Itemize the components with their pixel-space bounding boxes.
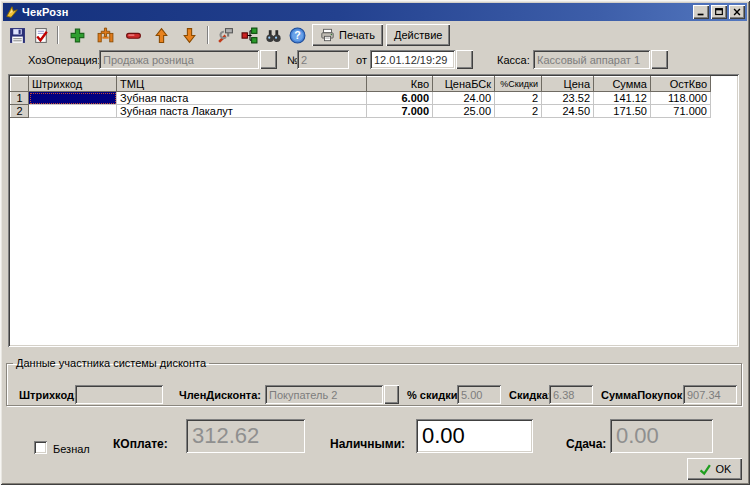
- qty-cell[interactable]: 6.000: [367, 92, 433, 105]
- date-field[interactable]: [370, 50, 455, 69]
- col-header-barcode: Штрихкод: [29, 77, 117, 92]
- disc-cell[interactable]: 2: [495, 105, 542, 118]
- cashbox-label: Касса:: [497, 54, 530, 66]
- help-button[interactable]: ?: [285, 24, 309, 46]
- row-number-cell[interactable]: 1: [11, 92, 29, 105]
- move-up-button[interactable]: [149, 24, 173, 46]
- toolbar-separator: [207, 26, 209, 44]
- discount-barcode-label: Штрихкод:: [19, 389, 78, 401]
- discount-group-title: Данные участника системы дисконта: [13, 357, 209, 369]
- to-pay-field[interactable]: [186, 419, 305, 453]
- tmc-cell[interactable]: Зубная паста Лакалут: [117, 105, 367, 118]
- print-button[interactable]: Печать: [312, 24, 383, 46]
- close-button[interactable]: [729, 5, 745, 19]
- to-pay-label: КОплате:: [113, 437, 168, 451]
- ok-button-label: OK: [716, 463, 732, 475]
- col-header-price-nodisc: ЦенаБСк: [433, 77, 495, 92]
- toolbar-separator: [57, 26, 59, 44]
- structure-button[interactable]: [237, 24, 261, 46]
- date-lookup-button[interactable]: [456, 50, 473, 69]
- sum-cell[interactable]: 171.50: [594, 105, 651, 118]
- table-row: 2 Зубная паста Лакалут 7.000 25.00 2 24.…: [11, 105, 711, 118]
- cashless-checkbox[interactable]: [34, 441, 47, 454]
- row-number-cell[interactable]: 2: [11, 105, 29, 118]
- verify-icon: [33, 27, 50, 44]
- title-bar: ЧекРозн: [3, 3, 747, 21]
- cash-label: Наличными:: [330, 437, 405, 451]
- barcode-cell[interactable]: [29, 105, 117, 118]
- printer-icon: [320, 28, 335, 42]
- delete-row-button[interactable]: [121, 24, 145, 46]
- purchases-sum-field[interactable]: [683, 385, 737, 404]
- discount-groupbox: Данные участника системы дисконта Штрихк…: [6, 357, 742, 406]
- action-button[interactable]: Действие: [386, 24, 450, 46]
- operation-label: ХозОперация:: [28, 54, 101, 66]
- insert-icon: [97, 27, 114, 44]
- change-field[interactable]: [610, 419, 713, 453]
- col-header-tmc: ТМЦ: [117, 77, 367, 92]
- structure-icon: [241, 27, 258, 44]
- rest-cell[interactable]: 71.000: [651, 105, 711, 118]
- barcode-cell-selected[interactable]: [29, 92, 117, 105]
- cash-field[interactable]: [416, 419, 533, 453]
- save-icon: [9, 27, 26, 44]
- delete-icon: [125, 27, 142, 44]
- action-button-label: Действие: [394, 29, 442, 41]
- purchases-sum-label: СуммаПокупок:: [601, 389, 686, 401]
- col-header-rest: ОстКво: [651, 77, 711, 92]
- price-nodisc-cell[interactable]: 25.00: [433, 105, 495, 118]
- maximize-button[interactable]: [711, 5, 727, 19]
- ok-button[interactable]: OK: [687, 458, 742, 480]
- app-icon: [5, 5, 19, 19]
- qty-cell[interactable]: 7.000: [367, 105, 433, 118]
- grid-corner-cell: [11, 77, 29, 92]
- cashless-label: Безнал: [53, 443, 90, 455]
- change-label: Сдача:: [566, 437, 606, 451]
- discount-member-lookup-button[interactable]: [384, 385, 399, 404]
- discount-member-field[interactable]: [265, 385, 383, 404]
- items-grid: Штрихкод ТМЦ Кво ЦенаБСк %Скидки Цена Су…: [8, 74, 739, 347]
- sum-cell[interactable]: 141.12: [594, 92, 651, 105]
- number-field[interactable]: [297, 50, 349, 69]
- minimize-button[interactable]: [693, 5, 709, 19]
- move-down-icon: [181, 27, 198, 44]
- verify-button[interactable]: [29, 24, 53, 46]
- price-cell[interactable]: 23.52: [542, 92, 594, 105]
- price-nodisc-cell[interactable]: 24.00: [433, 92, 495, 105]
- col-header-price: Цена: [542, 77, 594, 92]
- discount-amount-label: Скидка:: [509, 389, 551, 401]
- save-button[interactable]: [5, 24, 29, 46]
- disc-cell[interactable]: 2: [495, 92, 542, 105]
- add-row-button[interactable]: [65, 24, 89, 46]
- add-icon: [69, 27, 86, 44]
- check-icon: [698, 463, 712, 476]
- move-down-button[interactable]: [177, 24, 201, 46]
- svg-text:?: ?: [294, 29, 300, 41]
- operation-field[interactable]: [99, 50, 259, 69]
- window-title: ЧекРозн: [22, 6, 69, 18]
- settings-button[interactable]: [213, 24, 237, 46]
- table-row: 1 Зубная паста 6.000 24.00 2 23.52 141.1…: [11, 92, 711, 105]
- discount-amount-field[interactable]: [549, 385, 593, 404]
- rest-cell[interactable]: 118.000: [651, 92, 711, 105]
- discount-pct-field[interactable]: [457, 385, 501, 404]
- move-up-icon: [153, 27, 170, 44]
- app-window: ЧекРозн: [0, 0, 750, 485]
- col-header-sum: Сумма: [594, 77, 651, 92]
- discount-pct-label: % скидки:: [407, 389, 461, 401]
- settings-icon: [217, 27, 234, 44]
- print-button-label: Печать: [339, 29, 375, 41]
- search-icon: [265, 27, 282, 44]
- col-header-qty: Кво: [367, 77, 433, 92]
- discount-barcode-field[interactable]: [75, 385, 163, 404]
- cashbox-lookup-button[interactable]: [651, 50, 668, 69]
- cashbox-field[interactable]: [533, 50, 650, 69]
- insert-row-button[interactable]: [93, 24, 117, 46]
- price-cell[interactable]: 24.50: [542, 105, 594, 118]
- search-button[interactable]: [261, 24, 285, 46]
- operation-lookup-button[interactable]: [260, 50, 277, 69]
- toolbar: ? Печать Действие: [5, 23, 745, 47]
- col-header-disc: %Скидки: [495, 77, 542, 92]
- tmc-cell[interactable]: Зубная паста: [117, 92, 367, 105]
- date-label: от: [356, 54, 367, 66]
